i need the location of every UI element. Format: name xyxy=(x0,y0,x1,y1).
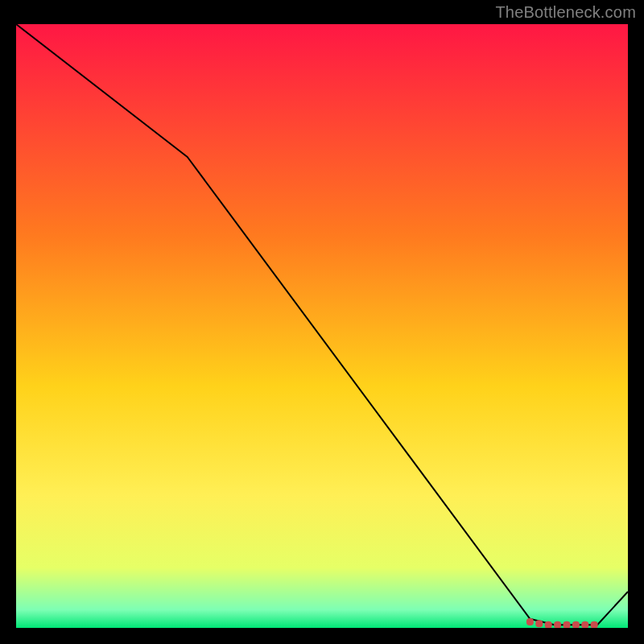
marker-optimal-range xyxy=(545,621,552,628)
plot-area xyxy=(16,24,628,628)
chart-svg xyxy=(16,24,628,628)
marker-optimal-range xyxy=(572,621,580,628)
chart-container: TheBottleneck.com xyxy=(0,0,644,644)
marker-optimal-range xyxy=(554,621,561,628)
marker-optimal-range xyxy=(526,618,534,625)
gradient-background xyxy=(16,24,628,628)
marker-optimal-range xyxy=(591,621,598,628)
marker-optimal-range xyxy=(581,621,588,628)
marker-optimal-range xyxy=(535,620,543,627)
attribution-label: TheBottleneck.com xyxy=(495,3,636,22)
marker-optimal-range xyxy=(564,621,571,628)
